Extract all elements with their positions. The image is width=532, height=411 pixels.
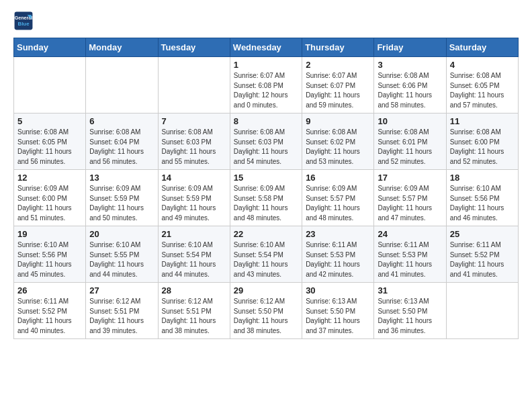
logo: General Blue: [13, 11, 34, 31]
day-info: Sunrise: 6:13 AMSunset: 5:50 PMDaylight:…: [306, 297, 370, 336]
calendar-cell: 10Sunrise: 6:08 AMSunset: 6:01 PMDayligh…: [374, 113, 446, 170]
weekday-header-sunday: Sunday: [14, 38, 86, 57]
day-info: Sunrise: 6:12 AMSunset: 5:51 PMDaylight:…: [89, 297, 154, 336]
calendar-cell: 31Sunrise: 6:13 AMSunset: 5:50 PMDayligh…: [374, 283, 446, 339]
day-number: 16: [306, 173, 370, 183]
calendar-week-1: 1Sunrise: 6:07 AMSunset: 6:08 PMDaylight…: [14, 57, 519, 113]
calendar-cell: 11Sunrise: 6:08 AMSunset: 6:00 PMDayligh…: [446, 113, 518, 170]
calendar-cell: 27Sunrise: 6:12 AMSunset: 5:51 PMDayligh…: [86, 283, 158, 339]
calendar-cell: 15Sunrise: 6:09 AMSunset: 5:58 PMDayligh…: [230, 170, 302, 226]
day-info: Sunrise: 6:09 AMSunset: 5:57 PMDaylight:…: [306, 184, 370, 223]
day-number: 30: [306, 285, 370, 295]
calendar-cell: 29Sunrise: 6:12 AMSunset: 5:50 PMDayligh…: [230, 283, 302, 339]
day-info: Sunrise: 6:08 AMSunset: 6:05 PMDaylight:…: [17, 128, 82, 167]
day-number: 2: [306, 60, 370, 70]
day-number: 17: [378, 173, 442, 183]
day-info: Sunrise: 6:08 AMSunset: 6:03 PMDaylight:…: [162, 128, 226, 167]
day-info: Sunrise: 6:09 AMSunset: 6:00 PMDaylight:…: [17, 184, 82, 223]
calendar-cell: [446, 283, 518, 339]
calendar-cell: 30Sunrise: 6:13 AMSunset: 5:50 PMDayligh…: [302, 283, 374, 339]
day-info: Sunrise: 6:08 AMSunset: 6:05 PMDaylight:…: [450, 71, 515, 110]
calendar-cell: 2Sunrise: 6:07 AMSunset: 6:07 PMDaylight…: [302, 57, 374, 113]
calendar-cell: 4Sunrise: 6:08 AMSunset: 6:05 PMDaylight…: [446, 57, 518, 113]
calendar-cell: 8Sunrise: 6:08 AMSunset: 6:03 PMDaylight…: [230, 113, 302, 170]
day-info: Sunrise: 6:13 AMSunset: 5:50 PMDaylight:…: [378, 297, 442, 336]
calendar-cell: [86, 57, 158, 113]
day-info: Sunrise: 6:08 AMSunset: 6:04 PMDaylight:…: [89, 128, 154, 167]
day-info: Sunrise: 6:11 AMSunset: 5:53 PMDaylight:…: [306, 240, 370, 279]
day-number: 21: [162, 229, 226, 239]
calendar-cell: 6Sunrise: 6:08 AMSunset: 6:04 PMDaylight…: [86, 113, 158, 170]
day-number: 19: [17, 229, 82, 239]
day-number: 26: [17, 285, 82, 295]
calendar-cell: [14, 57, 86, 113]
calendar-cell: 23Sunrise: 6:11 AMSunset: 5:53 PMDayligh…: [302, 226, 374, 283]
day-info: Sunrise: 6:08 AMSunset: 6:02 PMDaylight:…: [306, 128, 370, 167]
weekday-header-tuesday: Tuesday: [158, 38, 230, 57]
calendar-cell: 17Sunrise: 6:09 AMSunset: 5:57 PMDayligh…: [374, 170, 446, 226]
weekday-header-thursday: Thursday: [302, 38, 374, 57]
day-info: Sunrise: 6:09 AMSunset: 5:59 PMDaylight:…: [89, 184, 154, 223]
day-info: Sunrise: 6:08 AMSunset: 6:00 PMDaylight:…: [450, 128, 515, 167]
calendar-cell: 18Sunrise: 6:10 AMSunset: 5:56 PMDayligh…: [446, 170, 518, 226]
day-info: Sunrise: 6:12 AMSunset: 5:50 PMDaylight:…: [234, 297, 298, 336]
calendar-cell: 26Sunrise: 6:11 AMSunset: 5:52 PMDayligh…: [14, 283, 86, 339]
day-number: 7: [162, 116, 226, 126]
day-number: 14: [162, 173, 226, 183]
calendar-cell: 3Sunrise: 6:08 AMSunset: 6:06 PMDaylight…: [374, 57, 446, 113]
day-info: Sunrise: 6:11 AMSunset: 5:53 PMDaylight:…: [378, 240, 442, 279]
day-info: Sunrise: 6:10 AMSunset: 5:54 PMDaylight:…: [234, 240, 298, 279]
day-info: Sunrise: 6:08 AMSunset: 6:06 PMDaylight:…: [378, 71, 442, 110]
calendar-week-4: 19Sunrise: 6:10 AMSunset: 5:56 PMDayligh…: [14, 226, 519, 283]
day-number: 24: [378, 229, 442, 239]
weekday-header-row: SundayMondayTuesdayWednesdayThursdayFrid…: [14, 38, 519, 57]
calendar-cell: 20Sunrise: 6:10 AMSunset: 5:55 PMDayligh…: [86, 226, 158, 283]
day-number: 25: [450, 229, 515, 239]
svg-text:Blue: Blue: [17, 21, 30, 27]
day-number: 4: [450, 60, 515, 70]
day-number: 31: [378, 285, 442, 295]
day-info: Sunrise: 6:10 AMSunset: 5:56 PMDaylight:…: [450, 184, 515, 223]
calendar-cell: 5Sunrise: 6:08 AMSunset: 6:05 PMDaylight…: [14, 113, 86, 170]
day-info: Sunrise: 6:09 AMSunset: 5:58 PMDaylight:…: [234, 184, 298, 223]
calendar-cell: 22Sunrise: 6:10 AMSunset: 5:54 PMDayligh…: [230, 226, 302, 283]
calendar-week-3: 12Sunrise: 6:09 AMSunset: 6:00 PMDayligh…: [14, 170, 519, 226]
day-info: Sunrise: 6:08 AMSunset: 6:01 PMDaylight:…: [378, 128, 442, 167]
day-info: Sunrise: 6:11 AMSunset: 5:52 PMDaylight:…: [17, 297, 82, 336]
calendar-table: SundayMondayTuesdayWednesdayThursdayFrid…: [13, 38, 519, 339]
day-number: 5: [17, 116, 82, 126]
day-number: 27: [89, 285, 154, 295]
weekday-header-friday: Friday: [374, 38, 446, 57]
weekday-header-monday: Monday: [86, 38, 158, 57]
day-number: 13: [89, 173, 154, 183]
day-number: 9: [306, 116, 370, 126]
day-number: 1: [234, 60, 298, 70]
day-number: 20: [89, 229, 154, 239]
day-number: 28: [162, 285, 226, 295]
day-info: Sunrise: 6:10 AMSunset: 5:55 PMDaylight:…: [89, 240, 154, 279]
day-info: Sunrise: 6:09 AMSunset: 5:59 PMDaylight:…: [162, 184, 226, 223]
day-number: 18: [450, 173, 515, 183]
calendar-cell: 12Sunrise: 6:09 AMSunset: 6:00 PMDayligh…: [14, 170, 86, 226]
calendar-cell: 13Sunrise: 6:09 AMSunset: 5:59 PMDayligh…: [86, 170, 158, 226]
page: General Blue SundayMondayTuesdayWednesda…: [0, 0, 532, 350]
day-info: Sunrise: 6:07 AMSunset: 6:08 PMDaylight:…: [234, 71, 298, 110]
day-number: 3: [378, 60, 442, 70]
calendar-cell: 19Sunrise: 6:10 AMSunset: 5:56 PMDayligh…: [14, 226, 86, 283]
day-number: 23: [306, 229, 370, 239]
calendar-cell: 16Sunrise: 6:09 AMSunset: 5:57 PMDayligh…: [302, 170, 374, 226]
calendar-cell: 1Sunrise: 6:07 AMSunset: 6:08 PMDaylight…: [230, 57, 302, 113]
calendar-cell: [158, 57, 230, 113]
header: General Blue: [13, 11, 519, 31]
day-number: 10: [378, 116, 442, 126]
calendar-week-2: 5Sunrise: 6:08 AMSunset: 6:05 PMDaylight…: [14, 113, 519, 170]
day-number: 8: [234, 116, 298, 126]
calendar-cell: 24Sunrise: 6:11 AMSunset: 5:53 PMDayligh…: [374, 226, 446, 283]
calendar-cell: 25Sunrise: 6:11 AMSunset: 5:52 PMDayligh…: [446, 226, 518, 283]
day-number: 11: [450, 116, 515, 126]
logo-icon: General Blue: [13, 11, 34, 31]
day-info: Sunrise: 6:08 AMSunset: 6:03 PMDaylight:…: [234, 128, 298, 167]
day-info: Sunrise: 6:10 AMSunset: 5:54 PMDaylight:…: [162, 240, 226, 279]
day-number: 12: [17, 173, 82, 183]
calendar-cell: 21Sunrise: 6:10 AMSunset: 5:54 PMDayligh…: [158, 226, 230, 283]
